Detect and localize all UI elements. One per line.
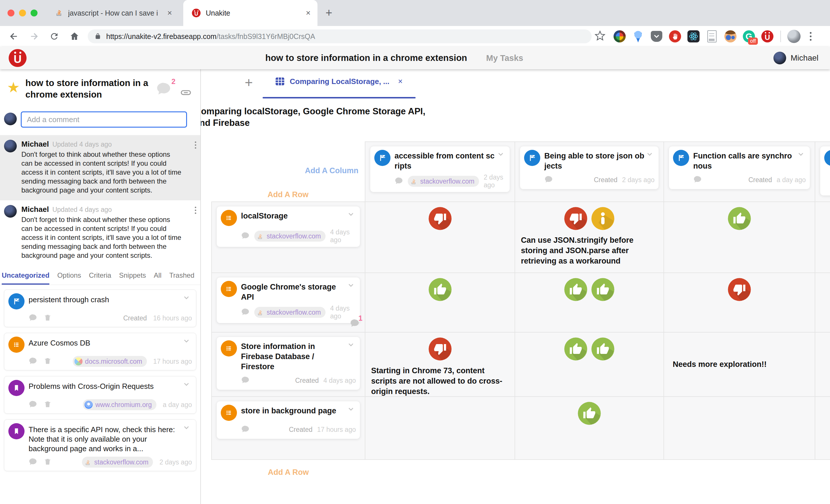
snippet-card-azure-cosmos-db[interactable]: Azure Cosmos DB docs.microsoft.com 17 ho…: [4, 333, 196, 370]
thumbs-up-icon[interactable]: [564, 337, 587, 362]
chevron-down-icon[interactable]: [347, 210, 356, 226]
chevron-down-icon[interactable]: [182, 423, 192, 433]
table-tab[interactable]: Comparing LocalStorage, ... ×: [275, 76, 403, 87]
reload-button[interactable]: [48, 30, 61, 43]
source-link-chip[interactable]: stackoverflow.com: [254, 231, 325, 242]
tab-criteria[interactable]: Criteria: [89, 271, 111, 283]
back-button[interactable]: [7, 30, 20, 43]
chevron-down-icon[interactable]: [797, 150, 806, 171]
add-table-tab-button[interactable]: +: [245, 74, 253, 90]
snippet-card-cross-origin[interactable]: Problems with Cross-Origin Requests www.…: [4, 376, 196, 414]
row-comments-button[interactable]: 1: [350, 318, 360, 329]
comment-bubble-icon[interactable]: [241, 376, 250, 385]
new-tab-button[interactable]: +: [325, 6, 332, 19]
home-button[interactable]: [68, 30, 81, 43]
comment-bubble-icon[interactable]: [394, 177, 403, 186]
option-card-chrome-storage-api[interactable]: Google Chrome's storage API stackoverflo…: [217, 277, 360, 323]
add-comment-input[interactable]: [21, 112, 187, 128]
thumbs-down-icon[interactable]: [428, 207, 452, 231]
comment-bubble-icon[interactable]: [29, 400, 37, 410]
address-bar[interactable]: https://unakite-v2.firebaseapp.com/tasks…: [88, 29, 592, 43]
comment-bubble-icon[interactable]: [29, 313, 37, 323]
minimize-window-button[interactable]: [19, 9, 26, 17]
trash-icon[interactable]: [43, 458, 52, 467]
snippet-card-specific-api[interactable]: There is a specific API now, check this …: [4, 419, 196, 471]
comment-item[interactable]: MichaelUpdated 4 days ago Don't forget t…: [0, 135, 200, 200]
criterion-card-content-scripts[interactable]: accessible from content scripts stackove…: [370, 146, 510, 192]
criterion-card-synchronous[interactable]: Function calls are synchronous Created a…: [669, 146, 810, 189]
comment-menu-icon[interactable]: [195, 141, 196, 149]
source-link-chip[interactable]: stackoverflow.com: [82, 456, 153, 468]
comment-bubble-icon[interactable]: [29, 457, 37, 467]
chevron-down-icon[interactable]: [347, 340, 356, 372]
trash-icon[interactable]: [43, 400, 52, 409]
document-extension-icon[interactable]: [705, 30, 719, 43]
forward-button[interactable]: [28, 30, 40, 43]
link-icon[interactable]: [180, 87, 192, 99]
trash-icon[interactable]: [43, 357, 52, 366]
unakite-logo[interactable]: U: [9, 49, 27, 67]
grammarly-extension-icon[interactable]: Goff: [742, 30, 756, 43]
window-controls[interactable]: [7, 9, 37, 17]
comment-bubble-icon[interactable]: [544, 175, 553, 185]
thumbs-up-icon[interactable]: [591, 278, 615, 303]
chevron-down-icon[interactable]: [182, 337, 192, 346]
trash-icon[interactable]: [43, 314, 52, 323]
sync-extension-icon[interactable]: [613, 30, 626, 43]
zoom-window-button[interactable]: [31, 9, 37, 17]
thumbs-up-icon[interactable]: [564, 278, 587, 303]
comments-toggle[interactable]: 2: [156, 81, 171, 98]
source-link-chip[interactable]: docs.microsoft.com: [73, 356, 147, 367]
add-row-button[interactable]: Add A Row: [267, 190, 309, 199]
comment-item[interactable]: MichaelUpdated 4 days ago Don't forget t…: [0, 200, 200, 265]
tab-options[interactable]: Options: [57, 271, 81, 283]
option-card-firebase[interactable]: Store information in Firebase Database /…: [217, 337, 360, 390]
add-column-button[interactable]: Add A Column: [305, 166, 358, 175]
chevron-down-icon[interactable]: [645, 150, 655, 171]
criterion-card-partial[interactable]: [820, 146, 830, 196]
close-table-tab-icon[interactable]: ×: [398, 77, 403, 86]
chevron-down-icon[interactable]: [497, 150, 506, 171]
close-tab-icon[interactable]: ×: [306, 8, 311, 18]
close-tab-icon[interactable]: ×: [167, 8, 172, 18]
chevron-down-icon[interactable]: [347, 405, 356, 421]
comment-bubble-icon[interactable]: [29, 356, 37, 366]
react-devtools-extension-icon[interactable]: [687, 30, 700, 43]
unakite-extension-icon[interactable]: U: [761, 30, 774, 43]
persona-extension-icon[interactable]: [724, 30, 737, 43]
source-link-chip[interactable]: www.chromium.org: [83, 399, 156, 410]
user-avatar[interactable]: [773, 52, 786, 64]
tab-snippets[interactable]: Snippets: [119, 271, 146, 283]
snippet-card-persistent-through-crash[interactable]: persistent through crash Created 16 hour…: [4, 289, 196, 327]
chevron-down-icon[interactable]: [182, 380, 192, 390]
thumbs-up-icon[interactable]: [577, 402, 601, 427]
option-card-background-page[interactable]: store in background page Created 17 hour…: [217, 401, 360, 439]
chevron-down-icon[interactable]: [347, 281, 356, 302]
thumbs-down-icon[interactable]: [428, 337, 452, 362]
browser-menu-icon[interactable]: [810, 32, 811, 41]
add-row-button-bottom[interactable]: Add A Row: [211, 468, 365, 477]
tab-trashed[interactable]: Trashed: [169, 271, 194, 283]
thumbs-up-icon[interactable]: [591, 337, 615, 362]
close-window-button[interactable]: [7, 9, 14, 17]
source-link-chip[interactable]: stackoverflow.com: [254, 307, 325, 318]
comment-bubble-icon[interactable]: [693, 175, 702, 185]
chevron-down-icon[interactable]: [182, 293, 192, 303]
comment-bubble-icon[interactable]: [241, 231, 250, 241]
comment-bubble-icon[interactable]: [241, 308, 250, 317]
map-pin-extension-icon[interactable]: [632, 30, 645, 43]
bookmark-star-icon[interactable]: [595, 30, 605, 42]
comment-menu-icon[interactable]: [195, 207, 196, 214]
thumbs-down-icon[interactable]: [564, 207, 587, 231]
option-card-localstorage[interactable]: localStorage stackoverflow.com 4 days ag…: [217, 206, 360, 247]
info-icon[interactable]: [591, 207, 615, 231]
thumbs-up-icon[interactable]: [428, 278, 452, 303]
user-menu[interactable]: Michael: [773, 52, 819, 64]
comment-bubble-icon[interactable]: [241, 424, 250, 435]
criterion-card-json-objects[interactable]: Being able to store json objects Created…: [520, 146, 659, 189]
browser-tab-unakite[interactable]: U Unakite ×: [183, 0, 317, 26]
nav-my-tasks[interactable]: My Tasks: [486, 54, 523, 63]
tab-uncategorized[interactable]: Uncategorized: [2, 271, 50, 285]
favorite-star-icon[interactable]: ★: [7, 80, 20, 95]
adblock-extension-icon[interactable]: [668, 30, 682, 43]
